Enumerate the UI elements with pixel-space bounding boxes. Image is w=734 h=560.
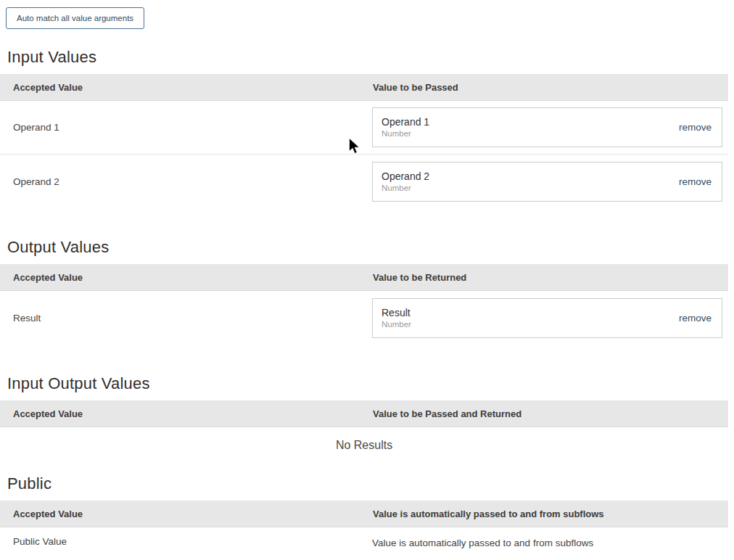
value-pill[interactable]: Operand 1 Number remove (372, 107, 722, 147)
section-title-input-output-values: Input Output Values (7, 374, 734, 393)
column-header-accepted-value: Accepted Value (0, 408, 372, 419)
value-pill-title: Operand 1 (382, 115, 679, 128)
accepted-value-label: Operand 2 (0, 176, 372, 187)
column-header-value-to-be-passed: Value to be Passed (372, 82, 728, 93)
value-cell: Operand 2 Number remove (372, 162, 728, 202)
column-header-accepted-value: Accepted Value (0, 508, 372, 519)
section-input-output-values: Input Output Values Accepted Value Value… (0, 374, 734, 466)
accepted-value-label: Public Value (0, 536, 372, 547)
value-pill-text: Result Number (382, 306, 679, 330)
remove-link[interactable]: remove (679, 313, 712, 324)
value-pill[interactable]: Operand 2 Number remove (372, 162, 722, 202)
table-row: Operand 2 Operand 2 Number remove (0, 155, 728, 208)
value-pill-type: Number (382, 128, 679, 139)
value-cell: Result Number remove (372, 298, 728, 338)
section-output-values: Output Values Accepted Value Value to be… (0, 238, 734, 345)
value-pill[interactable]: Result Number remove (372, 298, 722, 338)
value-pill-type: Number (382, 319, 679, 330)
public-table: Accepted Value Value is automatically pa… (0, 501, 728, 560)
column-header-value-to-be-returned: Value to be Returned (372, 272, 728, 283)
public-value-description: Value is automatically passed to and fro… (372, 538, 593, 548)
column-header-accepted-value: Accepted Value (0, 272, 372, 283)
remove-link[interactable]: remove (679, 176, 712, 187)
output-values-table: Accepted Value Value to be Returned Resu… (0, 264, 728, 345)
input-output-values-table: Accepted Value Value to be Passed and Re… (0, 400, 728, 466)
column-header-auto-passed-subflows: Value is automatically passed to and fro… (372, 508, 728, 519)
value-pill-type: Number (382, 183, 679, 194)
column-header-accepted-value: Accepted Value (0, 82, 372, 93)
value-pill-title: Result (382, 306, 679, 319)
table-row: Result Result Number remove (0, 291, 728, 345)
table-header-row: Accepted Value Value to be Passed and Re… (0, 400, 728, 427)
section-title-input-values: Input Values (7, 48, 734, 67)
value-mapping-page: Auto match all value arguments Input Val… (0, 0, 734, 560)
value-cell: Operand 1 Number remove (372, 107, 728, 147)
section-title-public: Public (7, 474, 734, 493)
value-pill-text: Operand 2 Number (382, 170, 679, 194)
accepted-value-label: Operand 1 (0, 122, 372, 133)
value-cell: Value is automatically passed to and fro… (372, 536, 728, 549)
remove-link[interactable]: remove (679, 122, 712, 133)
accepted-value-label: Result (0, 313, 372, 324)
value-pill-title: Operand 2 (382, 170, 679, 183)
section-input-values: Input Values Accepted Value Value to be … (0, 48, 734, 208)
value-pill-text: Operand 1 Number (382, 115, 679, 139)
no-results-message: No Results (0, 427, 728, 466)
column-header-value-passed-and-returned: Value to be Passed and Returned (372, 408, 728, 419)
section-public: Public Accepted Value Value is automatic… (0, 474, 734, 560)
input-values-table: Accepted Value Value to be Passed Operan… (0, 74, 728, 208)
table-row: Public Value Value is automatically pass… (0, 527, 728, 560)
table-header-row: Accepted Value Value to be Returned (0, 264, 728, 291)
table-header-row: Accepted Value Value to be Passed (0, 74, 728, 101)
table-row: Operand 1 Operand 1 Number remove (0, 101, 728, 155)
section-title-output-values: Output Values (7, 238, 734, 257)
table-header-row: Accepted Value Value is automatically pa… (0, 501, 728, 527)
auto-match-button[interactable]: Auto match all value arguments (6, 7, 144, 29)
